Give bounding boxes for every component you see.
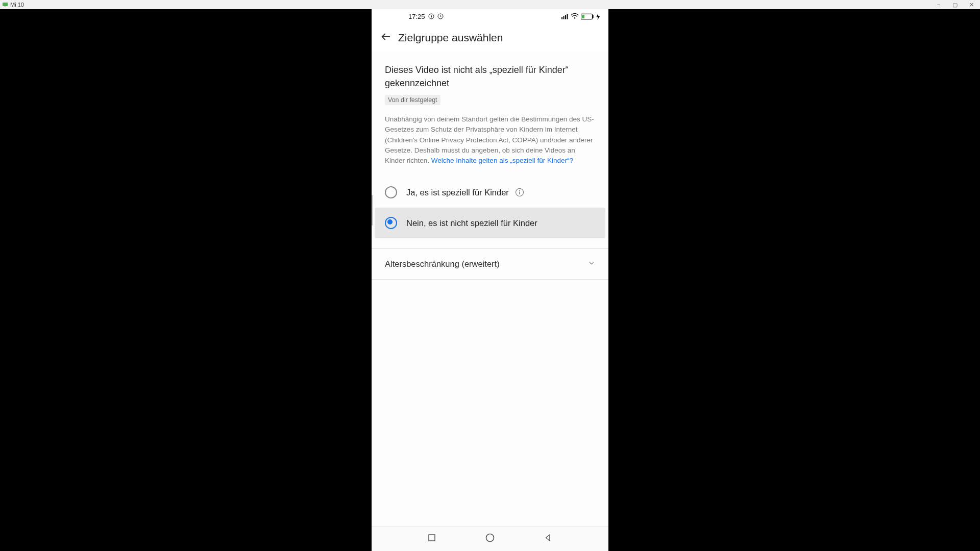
option-label: Nein, es ist nicht speziell für Kinder bbox=[406, 218, 537, 228]
charging-icon bbox=[596, 13, 600, 20]
content-area: Dieses Video ist nicht als „speziell für… bbox=[372, 52, 608, 526]
phone-frame: 17:25 bbox=[372, 9, 608, 551]
page-title: Zielgruppe auswählen bbox=[398, 32, 503, 43]
svg-rect-11 bbox=[593, 15, 594, 17]
svg-rect-5 bbox=[561, 17, 562, 19]
window-maximize-button[interactable]: ▢ bbox=[951, 2, 959, 8]
chevron-down-icon bbox=[588, 260, 595, 269]
svg-rect-16 bbox=[519, 190, 520, 191]
svg-point-18 bbox=[486, 534, 494, 542]
body-text: Unabhängig von deinem Standort gelten di… bbox=[385, 114, 595, 166]
headline: Dieses Video ist nicht als „speziell für… bbox=[385, 63, 595, 90]
svg-marker-19 bbox=[546, 535, 550, 541]
desktop-title: Mi 10 bbox=[10, 2, 24, 8]
android-nav-bar bbox=[372, 526, 608, 551]
status-bar: 17:25 bbox=[372, 9, 608, 23]
scroll-indicator bbox=[372, 195, 373, 226]
svg-rect-17 bbox=[429, 535, 435, 541]
svg-point-9 bbox=[574, 17, 576, 19]
svg-rect-8 bbox=[567, 14, 568, 19]
svg-rect-12 bbox=[582, 15, 584, 18]
svg-rect-1 bbox=[4, 7, 6, 7]
accordion-label: Altersbeschränkung (erweitert) bbox=[385, 259, 500, 269]
radio-unchecked-icon bbox=[385, 186, 397, 198]
circle-icon bbox=[485, 533, 495, 545]
option-made-for-kids[interactable]: Ja, es ist speziell für Kinder bbox=[375, 177, 605, 208]
option-not-made-for-kids[interactable]: Nein, es ist nicht speziell für Kinder bbox=[375, 208, 605, 238]
stage: 17:25 bbox=[0, 9, 980, 551]
svg-rect-15 bbox=[519, 192, 520, 194]
cellular-icon bbox=[561, 13, 569, 19]
back-button[interactable] bbox=[376, 28, 396, 48]
svg-marker-13 bbox=[596, 13, 600, 20]
svg-rect-6 bbox=[564, 16, 565, 19]
svg-rect-7 bbox=[565, 15, 566, 19]
audience-options: Ja, es ist speziell für Kinder Nein, es … bbox=[372, 177, 608, 238]
app-header: Zielgruppe auswählen bbox=[372, 23, 608, 52]
wifi-icon bbox=[571, 13, 579, 19]
nav-back-button[interactable] bbox=[542, 533, 554, 545]
window-minimize-button[interactable]: − bbox=[935, 2, 942, 8]
nav-home-button[interactable] bbox=[484, 533, 496, 545]
option-label: Ja, es ist speziell für Kinder bbox=[406, 188, 509, 197]
triangle-left-icon bbox=[544, 533, 553, 544]
arrow-left-icon bbox=[380, 31, 391, 44]
compass-icon bbox=[428, 13, 434, 19]
radio-checked-icon bbox=[385, 217, 397, 229]
info-icon[interactable] bbox=[515, 188, 524, 197]
svg-marker-3 bbox=[431, 15, 432, 18]
clock-icon bbox=[437, 13, 444, 19]
battery-icon bbox=[581, 13, 594, 20]
nav-recents-button[interactable] bbox=[426, 533, 438, 545]
app-icon bbox=[2, 2, 8, 8]
svg-rect-0 bbox=[3, 3, 8, 6]
window-close-button[interactable]: ✕ bbox=[968, 2, 975, 8]
age-restriction-accordion[interactable]: Altersbeschränkung (erweitert) bbox=[372, 249, 608, 279]
set-by-you-badge: Von dir festgelegt bbox=[385, 95, 440, 105]
divider bbox=[372, 279, 608, 280]
square-icon bbox=[427, 533, 436, 544]
desktop-titlebar: Mi 10 − ▢ ✕ bbox=[0, 0, 980, 9]
help-link[interactable]: Welche Inhalte gelten als „speziell für … bbox=[431, 157, 573, 164]
status-time: 17:25 bbox=[408, 13, 425, 20]
